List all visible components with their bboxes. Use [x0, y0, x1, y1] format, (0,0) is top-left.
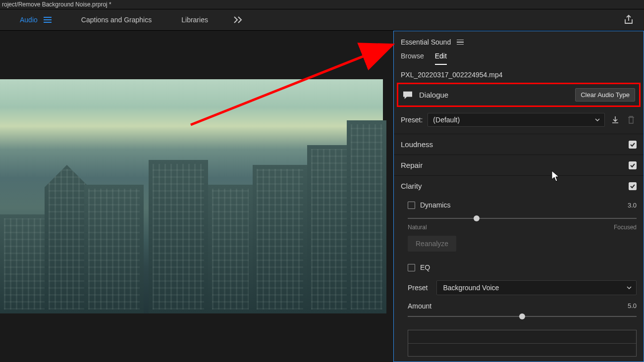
- eq-preset-row: Preset Background Voice: [394, 276, 644, 297]
- chevron-down-icon: [626, 285, 632, 291]
- dynamics-row: Dynamics 3.0: [408, 198, 637, 212]
- amount-slider[interactable]: [408, 312, 637, 321]
- section-clarity[interactable]: Clarity: [394, 175, 644, 196]
- audio-type-label: Dialogue: [419, 91, 569, 99]
- preview-frame: [0, 79, 383, 313]
- chevron-down-icon: [594, 117, 600, 123]
- workspace-bar: Audio Captions and Graphics Libraries: [0, 9, 644, 31]
- tab-browse[interactable]: Browse: [401, 52, 424, 65]
- preset-row: Preset: (Default): [394, 110, 644, 134]
- amount-row: Amount 5.0: [394, 297, 644, 310]
- eq-preset-label: Preset: [408, 284, 428, 292]
- dynamics-value: 3.0: [628, 202, 637, 209]
- eq-graph[interactable]: [408, 330, 637, 357]
- dialogue-icon: [402, 91, 413, 100]
- dynamics-slider[interactable]: [408, 214, 637, 223]
- workspace-captions-label: Captions and Graphics: [81, 16, 152, 24]
- panel-menu-icon[interactable]: [457, 40, 464, 45]
- eq-preset-value: Background Voice: [443, 284, 499, 292]
- project-path: roject/Remove Background Noise.prproj *: [2, 1, 111, 8]
- workspace-libraries[interactable]: Libraries: [181, 16, 208, 24]
- clarity-checkbox[interactable]: [629, 182, 637, 190]
- trash-icon: [627, 115, 635, 124]
- clip-name: PXL_20220317_002224954.mp4: [394, 65, 644, 83]
- program-monitor: [0, 31, 393, 362]
- panel-title: Essential Sound: [401, 38, 451, 46]
- workspace-audio-label: Audio: [20, 16, 38, 24]
- eq-preset-select[interactable]: Background Voice: [436, 280, 637, 295]
- clarity-label: Clarity: [401, 182, 422, 190]
- dynamics-slider-labels: Natural Focused: [408, 224, 637, 231]
- amount-value: 5.0: [628, 302, 637, 310]
- loudness-label: Loudness: [401, 140, 433, 149]
- repair-checkbox[interactable]: [629, 161, 637, 169]
- chevron-double-right-icon: [234, 16, 243, 23]
- audio-type-row: Dialogue Clear Audio Type: [397, 83, 641, 107]
- reanalyze-button: Reanalyze: [408, 236, 456, 252]
- share-button[interactable]: [623, 14, 634, 27]
- save-preset-button[interactable]: [610, 114, 621, 125]
- loudness-checkbox[interactable]: [629, 141, 637, 149]
- eq-row: EQ: [408, 260, 637, 274]
- slider-thumb[interactable]: [474, 215, 480, 221]
- slider-thumb[interactable]: [519, 313, 525, 319]
- workspace-captions[interactable]: Captions and Graphics: [81, 16, 152, 24]
- preset-label: Preset:: [401, 116, 423, 124]
- panel-header: Essential Sound: [394, 31, 644, 49]
- eq-checkbox[interactable]: [408, 264, 415, 271]
- amount-label: Amount: [408, 302, 431, 310]
- preset-select[interactable]: (Default): [428, 113, 605, 127]
- eq-label: EQ: [420, 263, 430, 271]
- download-icon: [611, 115, 620, 124]
- share-icon: [623, 14, 634, 25]
- tab-edit[interactable]: Edit: [435, 52, 447, 65]
- section-repair[interactable]: Repair: [394, 155, 644, 175]
- panel-tabs: Browse Edit: [394, 49, 644, 65]
- workspace-overflow[interactable]: [234, 16, 243, 23]
- dynamics-checkbox[interactable]: [408, 202, 415, 209]
- workspace-libraries-label: Libraries: [181, 16, 208, 24]
- workspace-menu-icon[interactable]: [44, 17, 52, 23]
- title-bar: roject/Remove Background Noise.prproj *: [0, 0, 644, 9]
- delete-preset-button: [626, 114, 637, 125]
- preset-value: (Default): [433, 116, 460, 124]
- clear-audio-type-button[interactable]: Clear Audio Type: [575, 88, 635, 102]
- essential-sound-panel: Essential Sound Browse Edit PXL_20220317…: [393, 31, 644, 362]
- dynamics-label: Dynamics: [420, 201, 450, 209]
- repair-label: Repair: [401, 161, 423, 169]
- section-loudness[interactable]: Loudness: [394, 134, 644, 155]
- workspace-audio[interactable]: Audio: [20, 16, 52, 24]
